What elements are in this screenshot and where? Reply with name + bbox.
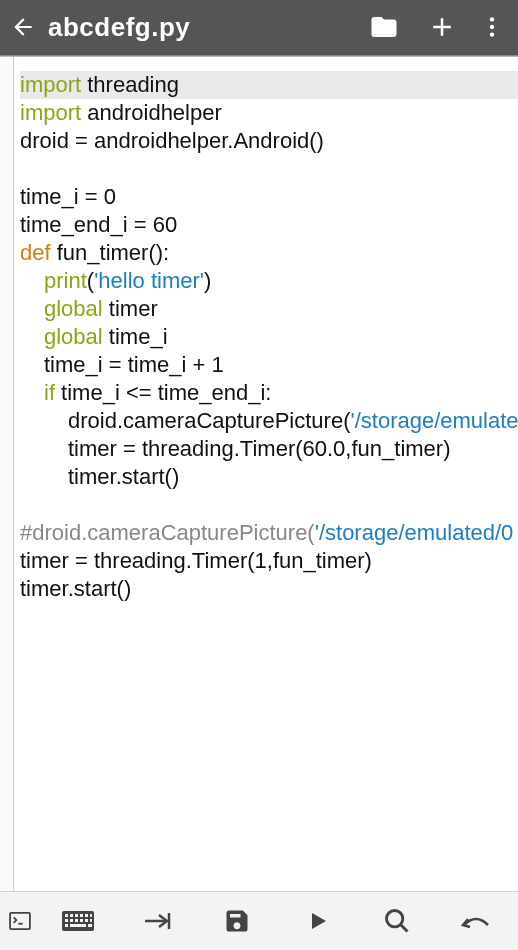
more-vert-icon (479, 14, 505, 40)
code-token: time_i (103, 324, 168, 349)
code-line[interactable]: timer = threading.Timer(60.0,fun_timer) (20, 435, 518, 463)
code-line[interactable]: print('hello timer') (20, 267, 518, 295)
code-line[interactable]: time_end_i = 60 (20, 211, 518, 239)
new-file-button[interactable] (414, 0, 470, 54)
play-icon (305, 909, 329, 933)
svg-rect-20 (88, 924, 92, 927)
console-button[interactable] (2, 892, 38, 951)
svg-point-1 (490, 25, 494, 29)
arrow-left-icon (10, 14, 36, 40)
back-button[interactable] (6, 0, 40, 54)
svg-rect-12 (65, 919, 68, 922)
svg-rect-6 (65, 914, 68, 917)
more-menu-button[interactable] (472, 0, 512, 54)
code-token: timer.start() (20, 576, 131, 601)
svg-rect-14 (75, 919, 78, 922)
plus-icon (427, 12, 457, 42)
code-token: timer (103, 296, 158, 321)
code-line[interactable]: #droid.cameraCapturePicture('/storage/em… (20, 519, 518, 547)
code-line[interactable]: timer.start() (20, 463, 518, 491)
code-token: droid = androidhelper.Android() (20, 128, 324, 153)
code-line[interactable]: time_i = 0 (20, 183, 518, 211)
svg-rect-19 (70, 924, 86, 927)
code-line[interactable]: import androidhelper (20, 99, 518, 127)
code-line[interactable] (20, 155, 518, 183)
code-line[interactable]: global timer (20, 295, 518, 323)
svg-rect-8 (75, 914, 78, 917)
svg-point-2 (490, 32, 494, 36)
search-button[interactable] (357, 892, 437, 951)
code-token: fun_timer(): (51, 240, 170, 265)
code-line[interactable] (20, 491, 518, 519)
code-token: #droid.cameraCapturePicture( (20, 520, 315, 545)
code-line[interactable]: global time_i (20, 323, 518, 351)
code-token: ) (204, 268, 211, 293)
code-token: print (44, 268, 87, 293)
code-token: import (20, 72, 81, 97)
code-line[interactable]: time_i = time_i + 1 (20, 351, 518, 379)
code-token: global (44, 296, 103, 321)
svg-rect-7 (70, 914, 73, 917)
code-line[interactable]: droid = androidhelper.Android() (20, 127, 518, 155)
svg-rect-11 (90, 914, 92, 917)
code-token: timer = threading.Timer(1,fun_timer) (20, 548, 372, 573)
code-line[interactable]: timer.start() (20, 575, 518, 603)
undo-button[interactable] (436, 892, 516, 951)
svg-rect-15 (80, 919, 83, 922)
svg-rect-17 (90, 919, 92, 922)
code-token: threading (81, 72, 179, 97)
code-token: if (44, 380, 55, 405)
folder-icon (369, 12, 399, 42)
console-icon (9, 912, 31, 930)
code-token: import (20, 100, 81, 125)
file-title: abcdefg.py (48, 12, 356, 43)
code-token: androidhelper (81, 100, 222, 125)
top-toolbar: abcdefg.py (0, 0, 518, 54)
code-token: 'hello timer' (94, 268, 204, 293)
svg-point-23 (386, 911, 402, 927)
code-line[interactable]: import threading (20, 71, 518, 99)
code-editor[interactable]: import threadingimport androidhelperdroi… (0, 57, 518, 891)
code-token: droid.cameraCapturePicture( (68, 408, 350, 433)
toolbar-actions (356, 0, 512, 54)
save-button[interactable] (197, 892, 277, 951)
code-token: '/storage/emulate (350, 408, 518, 433)
code-token: time_end_i = 60 (20, 212, 177, 237)
search-icon (383, 907, 411, 935)
tab-indent-button[interactable] (118, 892, 198, 951)
code-token: timer = threading.Timer(60.0,fun_timer) (68, 436, 451, 461)
code-line[interactable]: if time_i <= time_end_i: (20, 379, 518, 407)
code-content[interactable]: import threadingimport androidhelperdroi… (14, 71, 518, 603)
tab-arrow-icon (143, 910, 173, 932)
open-folder-button[interactable] (356, 0, 412, 54)
code-token: global (44, 324, 103, 349)
svg-rect-10 (85, 914, 88, 917)
undo-icon (460, 911, 492, 931)
code-token: time_i <= time_end_i: (55, 380, 271, 405)
svg-rect-16 (85, 919, 88, 922)
code-token: def (20, 240, 51, 265)
keyboard-icon (61, 910, 95, 932)
code-line[interactable]: timer = threading.Timer(1,fun_timer) (20, 547, 518, 575)
run-button[interactable] (277, 892, 357, 951)
bottom-toolbar (0, 891, 518, 950)
svg-rect-18 (65, 924, 68, 927)
svg-line-24 (400, 925, 407, 932)
svg-rect-9 (80, 914, 83, 917)
code-token: time_i = 0 (20, 184, 116, 209)
svg-rect-13 (70, 919, 73, 922)
code-line[interactable]: def fun_timer(): (20, 239, 518, 267)
svg-rect-3 (10, 913, 30, 929)
code-token: '/storage/emulated/0 (315, 520, 514, 545)
save-icon (223, 907, 251, 935)
code-line[interactable]: droid.cameraCapturePicture('/storage/emu… (20, 407, 518, 435)
code-token: timer.start() (68, 464, 179, 489)
svg-point-0 (490, 17, 494, 21)
editor-gutter (0, 57, 14, 891)
code-token: time_i = time_i + 1 (44, 352, 224, 377)
keyboard-button[interactable] (38, 892, 118, 951)
